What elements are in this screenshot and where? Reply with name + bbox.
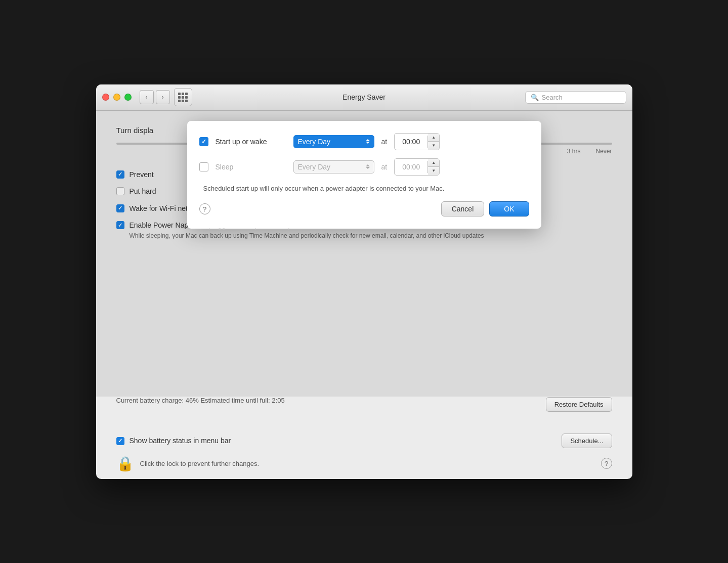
schedule-dialog: Start up or wake Every Day at 00:00 ▲	[187, 121, 541, 229]
time-value-1: 00:00	[395, 136, 428, 148]
nav-buttons: ‹ ›	[140, 90, 170, 104]
time-value-2: 00:00	[395, 161, 428, 173]
grid-view-button[interactable]	[174, 88, 192, 106]
search-icon: 🔍	[531, 94, 539, 101]
time-stepper-1[interactable]: ▲ ▼	[428, 134, 439, 150]
checkbox-show-battery[interactable]	[116, 437, 124, 445]
maximize-button[interactable]	[124, 94, 132, 101]
window-title: Energy Saver	[342, 93, 386, 101]
time-up-1[interactable]: ▲	[428, 134, 439, 142]
dialog-note: Scheduled start up will only occur when …	[199, 184, 529, 194]
dialog-label-startup: Start up or wake	[216, 138, 286, 146]
dialog-checkbox-1[interactable]	[199, 137, 208, 146]
lock-row: 🔒 Click the lock to prevent further chan…	[96, 448, 632, 479]
back-button[interactable]: ‹	[140, 90, 154, 104]
grid-icon	[178, 93, 188, 102]
time-input-2[interactable]: 00:00 ▲ ▼	[394, 158, 440, 176]
search-box[interactable]: 🔍 Search	[525, 91, 626, 104]
show-battery-label: Show battery status in menu bar	[130, 437, 231, 445]
time-up-2[interactable]: ▲	[428, 159, 439, 167]
help-button[interactable]: ?	[601, 458, 612, 469]
forward-button[interactable]: ›	[156, 90, 170, 104]
time-stepper-2[interactable]: ▲ ▼	[428, 159, 439, 175]
dialog-dropdown-1-value: Every Day	[298, 138, 331, 146]
dialog-help-button[interactable]: ?	[199, 203, 210, 214]
restore-defaults-button[interactable]: Restore Defaults	[546, 397, 612, 412]
show-battery-left: Show battery status in menu bar	[116, 437, 231, 445]
cancel-button[interactable]: Cancel	[441, 201, 485, 216]
dialog-overlay: Start up or wake Every Day at 00:00 ▲	[96, 111, 632, 397]
at-label-1: at	[381, 138, 388, 146]
dialog-row-2: Sleep Every Day at 00:00 ▲ ▼	[199, 158, 529, 176]
show-battery-row: Show battery status in menu bar Schedule…	[96, 434, 632, 448]
dialog-dropdown-2-value: Every Day	[298, 163, 331, 171]
titlebar: ‹ › Energy Saver 🔍 Search	[96, 84, 632, 111]
battery-info: Current battery charge: 46% Estimated ti…	[116, 397, 285, 404]
dialog-checkbox-2[interactable]	[199, 162, 208, 171]
dialog-row-1: Start up or wake Every Day at 00:00 ▲	[199, 133, 529, 150]
dialog-dropdown-2[interactable]: Every Day	[293, 160, 374, 174]
dropdown-arrow-2	[366, 164, 370, 169]
lock-label: Click the lock to prevent further change…	[140, 460, 260, 467]
time-input-1[interactable]: 00:00 ▲ ▼	[394, 133, 440, 150]
traffic-lights	[102, 94, 132, 101]
dropdown-arrow-1	[366, 139, 370, 144]
main-content: Turn displa 3 hrs Never Prevent Put hard…	[96, 111, 632, 397]
schedule-button[interactable]: Schedule...	[562, 434, 612, 448]
time-down-1[interactable]: ▼	[428, 142, 439, 150]
lock-icon[interactable]: 🔒	[116, 455, 134, 472]
ok-button[interactable]: OK	[489, 201, 529, 216]
time-down-2[interactable]: ▼	[428, 167, 439, 175]
minimize-button[interactable]	[113, 94, 120, 101]
dialog-label-sleep: Sleep	[216, 163, 286, 171]
battery-section: Current battery charge: 46% Estimated ti…	[96, 397, 632, 418]
dialog-buttons: Cancel OK	[441, 201, 529, 216]
at-label-2: at	[381, 163, 388, 171]
search-input[interactable]: Search	[542, 94, 621, 101]
close-button[interactable]	[102, 94, 109, 101]
dialog-footer: ? Cancel OK	[199, 201, 529, 216]
dialog-dropdown-1[interactable]: Every Day	[293, 135, 374, 148]
